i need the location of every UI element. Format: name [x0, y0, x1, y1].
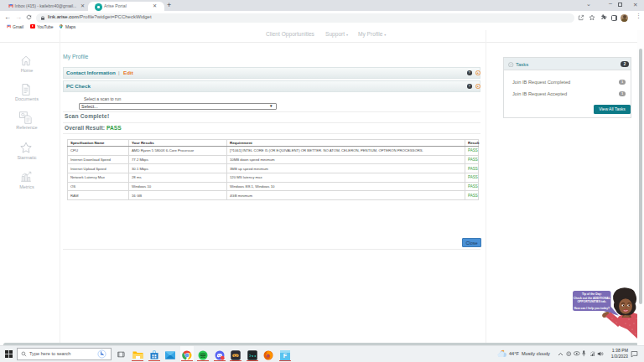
- svg-text:OPPORTUNITIES tab.: OPPORTUNITIES tab.: [577, 300, 606, 303]
- svg-text:How can I help you today?: How can I help you today?: [574, 307, 610, 310]
- svg-text:F: F: [283, 353, 288, 359]
